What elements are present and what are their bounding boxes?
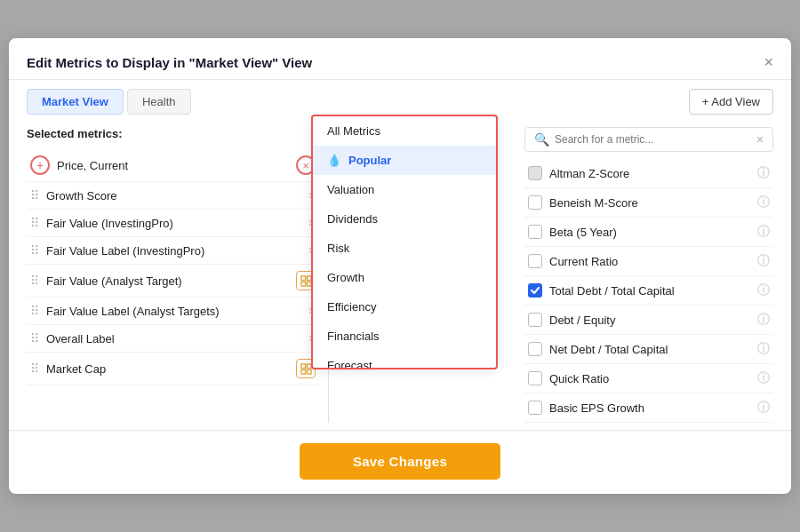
svg-rect-4 — [300, 363, 305, 368]
info-icon[interactable]: ⓘ — [757, 282, 770, 298]
metric-row-price-current: + Price, Current × — [27, 149, 319, 182]
modal-title: Edit Metrics to Display in "Market View"… — [27, 55, 312, 70]
left-panel: Selected metrics: + Price, Current × ⠿ G… — [27, 127, 329, 423]
category-growth[interactable]: Growth — [313, 263, 496, 292]
checkbox[interactable] — [528, 313, 542, 327]
tab-health[interactable]: Health — [127, 89, 191, 115]
metric-name: Beta (5 Year) — [549, 226, 750, 239]
svg-rect-6 — [300, 369, 305, 374]
metric-name: Debt / Equity — [549, 314, 750, 327]
metric-row-growth-score: ⠿ Growth Score × — [27, 182, 319, 210]
metric-name: Fair Value (Analyst Target) — [46, 274, 291, 288]
right-metric-row: Basic EPS Growth ⓘ — [524, 393, 773, 423]
modal-body: Selected metrics: + Price, Current × ⠿ G… — [9, 115, 791, 423]
category-dropdown: All Metrics 💧 Popular Valuation Dividend… — [311, 115, 498, 369]
metric-row-market-cap: ⠿ Market Cap — [27, 353, 319, 385]
metric-row-fair-value-label-analyst: ⠿ Fair Value Label (Analyst Targets) × — [27, 298, 319, 325]
checkbox[interactable] — [528, 342, 542, 356]
metric-name: Fair Value Label (InvestingPro) — [46, 244, 303, 258]
right-metric-row: Debt / Equity ⓘ — [524, 306, 773, 335]
drag-handle-icon[interactable]: ⠿ — [30, 274, 39, 288]
info-icon[interactable]: ⓘ — [757, 312, 770, 328]
metric-row-fair-value-label-pro: ⠿ Fair Value Label (InvestingPro) × — [27, 237, 319, 265]
metric-name: Total Debt / Total Capital — [549, 284, 750, 298]
info-icon[interactable]: ⓘ — [757, 253, 770, 269]
search-icon: 🔍 — [534, 132, 549, 147]
tab-market-view[interactable]: Market View — [27, 89, 124, 115]
metric-name: Fair Value (InvestingPro) — [46, 217, 303, 230]
drag-handle-circle[interactable]: + — [30, 155, 50, 175]
category-list: All Metrics 💧 Popular Valuation Dividend… — [313, 116, 496, 368]
checkbox[interactable] — [528, 195, 542, 210]
metric-name: Growth Score — [46, 189, 303, 202]
category-financials[interactable]: Financials — [313, 322, 496, 351]
metric-name: Beneish M-Score — [549, 196, 750, 210]
category-forecast[interactable]: Forecast — [313, 351, 496, 368]
checkbox[interactable] — [528, 254, 542, 268]
right-metric-row: Altman Z-Score ⓘ — [524, 159, 773, 188]
search-bar: 🔍 × — [524, 127, 773, 152]
metric-name: Price, Current — [57, 159, 296, 172]
tabs-container: Market View Health — [27, 89, 191, 115]
modal-footer: Save Changes — [9, 430, 791, 494]
category-popular[interactable]: 💧 Popular — [313, 146, 496, 175]
category-label: Risk — [327, 242, 349, 255]
right-metric-row: Quick Ratio ⓘ — [524, 364, 773, 393]
category-label: Forecast — [327, 359, 372, 368]
metric-name: Fair Value Label (Analyst Targets) — [46, 305, 303, 318]
info-icon[interactable]: ⓘ — [757, 195, 770, 210]
category-all-metrics[interactable]: All Metrics — [313, 116, 496, 146]
drag-handle-icon[interactable]: ⠿ — [30, 243, 39, 258]
svg-rect-7 — [307, 369, 311, 374]
right-metric-row: Beneish M-Score ⓘ — [524, 188, 773, 218]
category-label: Financials — [327, 330, 380, 343]
info-icon[interactable]: ⓘ — [757, 165, 770, 181]
metrics-list: + Price, Current × ⠿ Growth Score × ⠿ Fa… — [27, 149, 319, 423]
drag-handle-icon[interactable]: ⠿ — [30, 361, 39, 376]
svg-rect-1 — [307, 275, 311, 280]
category-label: Dividends — [327, 212, 378, 226]
checkbox[interactable] — [528, 371, 542, 385]
edit-metrics-modal: Edit Metrics to Display in "Market View"… — [9, 38, 791, 494]
drag-handle-icon[interactable]: ⠿ — [30, 188, 39, 202]
metric-name: Net Debt / Total Capital — [549, 343, 750, 356]
category-label: Efficiency — [327, 300, 376, 314]
drag-handle-icon[interactable]: ⠿ — [30, 304, 39, 318]
metric-name: Current Ratio — [549, 255, 750, 268]
right-metric-row: Current Ratio ⓘ — [524, 247, 773, 276]
selected-metrics-label: Selected metrics: — [27, 127, 319, 140]
add-view-button[interactable]: + Add View — [689, 89, 773, 115]
checkbox[interactable] — [528, 401, 542, 415]
drop-icon: 💧 — [327, 154, 341, 167]
category-label: Growth — [327, 271, 364, 284]
info-icon[interactable]: ⓘ — [757, 370, 770, 386]
checkbox[interactable] — [528, 166, 542, 180]
clear-search-icon[interactable]: × — [756, 132, 764, 147]
svg-rect-0 — [300, 275, 305, 280]
checkbox[interactable] — [528, 225, 542, 239]
checkbox-checked[interactable] — [528, 283, 542, 298]
save-changes-button[interactable]: Save Changes — [300, 443, 500, 480]
category-label: Valuation — [327, 183, 374, 196]
category-risk[interactable]: Risk — [313, 234, 496, 263]
search-input[interactable] — [555, 133, 756, 146]
info-icon[interactable]: ⓘ — [757, 400, 770, 416]
metric-row-fair-value-analyst: ⠿ Fair Value (Analyst Target) — [27, 265, 319, 298]
right-metric-row: Total Debt / Total Capital ⓘ — [524, 276, 773, 306]
category-efficiency[interactable]: Efficiency — [313, 292, 496, 322]
svg-rect-3 — [307, 282, 311, 286]
info-icon[interactable]: ⓘ — [757, 341, 770, 357]
right-metric-row: Net Debt / Total Capital ⓘ — [524, 335, 773, 364]
metric-name: Altman Z-Score — [549, 167, 750, 180]
category-dividends[interactable]: Dividends — [313, 204, 496, 234]
category-valuation[interactable]: Valuation — [313, 175, 496, 204]
right-metrics-list: Altman Z-Score ⓘ Beneish M-Score ⓘ Beta … — [524, 159, 773, 423]
svg-rect-2 — [300, 282, 305, 286]
metric-name: Market Cap — [46, 362, 291, 376]
close-icon[interactable]: × — [764, 54, 773, 70]
drag-handle-icon[interactable]: ⠿ — [30, 331, 39, 345]
drag-handle-icon[interactable]: ⠿ — [30, 216, 39, 230]
info-icon[interactable]: ⓘ — [757, 224, 770, 240]
right-metric-row: Beta (5 Year) ⓘ — [524, 218, 773, 247]
modal-tabs: Market View Health + Add View — [9, 80, 791, 115]
